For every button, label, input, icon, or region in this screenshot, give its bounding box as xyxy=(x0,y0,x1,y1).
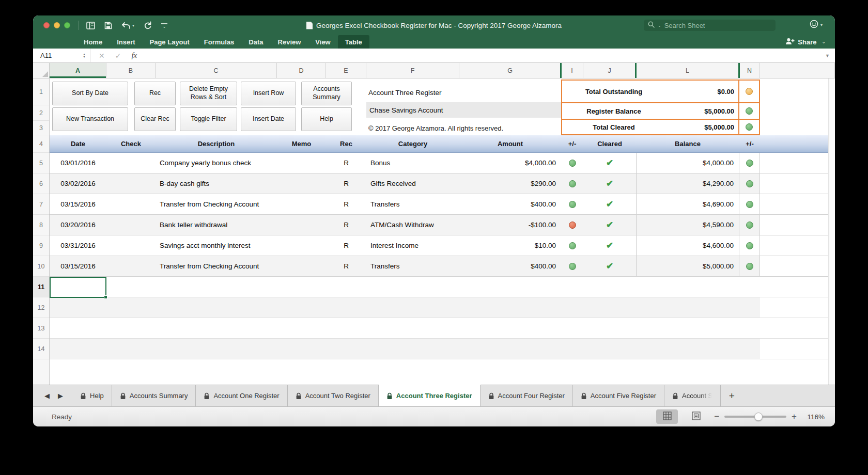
cell-balance-status[interactable] xyxy=(739,215,760,235)
cell-memo[interactable] xyxy=(277,194,326,214)
view-pane-icon[interactable] xyxy=(86,22,95,29)
cell-date[interactable]: 03/01/2016 xyxy=(50,153,106,173)
cell-description[interactable]: B-day cash gifts xyxy=(156,173,277,194)
tab-page-layout[interactable]: Page Layout xyxy=(143,35,197,49)
name-box-stepper[interactable]: ▲ ▼ xyxy=(83,53,86,58)
cell-check[interactable] xyxy=(106,256,156,276)
column-header-i[interactable]: I xyxy=(561,63,583,78)
cell-amount-status[interactable] xyxy=(561,153,583,173)
cell-rec[interactable]: R xyxy=(326,194,366,214)
cell-cleared[interactable]: ✔ xyxy=(583,194,636,214)
cell-amount[interactable]: $290.00 xyxy=(459,173,561,194)
clear-rec-button[interactable]: Clear Rec xyxy=(134,107,176,131)
cell-balance[interactable]: $4,600.00 xyxy=(636,235,739,256)
sheet-tab-account-two[interactable]: Account Two Register xyxy=(288,385,379,406)
cell-category[interactable]: Interest Income xyxy=(366,235,459,256)
search-sheet-input[interactable]: ⌄ Search Sheet xyxy=(644,20,776,31)
empty-row-11[interactable] xyxy=(50,277,835,297)
sheet-tab-account-four[interactable]: Account Four Register xyxy=(481,385,573,406)
sort-by-date-button[interactable]: Sort By Date xyxy=(52,82,128,105)
header-description[interactable]: Description xyxy=(156,135,277,152)
cell-cleared[interactable]: ✔ xyxy=(583,153,636,173)
feedback-dropdown-icon[interactable]: ▾ xyxy=(820,23,823,27)
cell-amount-status[interactable] xyxy=(561,194,583,214)
cell-balance[interactable]: $4,590.00 xyxy=(636,215,739,235)
cell-date[interactable]: 03/20/2016 xyxy=(50,215,106,235)
column-header-f[interactable]: F xyxy=(366,63,459,78)
undo-dropdown-icon[interactable]: ▾ xyxy=(132,23,134,28)
sheet-tab-accounts-summary[interactable]: Accounts Summary xyxy=(112,385,196,406)
empty-row-12[interactable] xyxy=(50,297,835,318)
selected-cell-a11[interactable] xyxy=(50,277,106,298)
rec-button[interactable]: Rec xyxy=(134,82,176,105)
next-sheet-button[interactable]: ▶ xyxy=(58,392,63,400)
cell-memo[interactable] xyxy=(277,256,326,276)
cell-amount-status[interactable] xyxy=(561,235,583,256)
search-scope-chevron-icon[interactable]: ⌄ xyxy=(658,23,661,28)
zoom-in-button[interactable]: + xyxy=(792,411,797,422)
cell-balance-status[interactable] xyxy=(739,235,760,256)
zoom-out-button[interactable]: − xyxy=(714,411,719,422)
insert-function-icon[interactable]: fx xyxy=(131,51,137,60)
tab-table[interactable]: Table xyxy=(338,35,369,49)
undo-icon[interactable] xyxy=(121,22,131,29)
header-memo[interactable]: Memo xyxy=(277,135,326,152)
cell-balance-status[interactable] xyxy=(739,256,760,276)
cell-check[interactable] xyxy=(106,173,156,194)
share-chevron-icon[interactable]: ⌄ xyxy=(822,39,826,44)
new-transaction-button[interactable]: New Transaction xyxy=(52,107,128,131)
empty-row-14[interactable] xyxy=(50,339,835,359)
add-sheet-button[interactable]: + xyxy=(721,385,742,406)
column-header-c[interactable]: C xyxy=(156,63,277,78)
cell-amount-status[interactable] xyxy=(561,256,583,276)
tab-home[interactable]: Home xyxy=(76,35,110,49)
cell-check[interactable] xyxy=(106,235,156,256)
cell-rec[interactable]: R xyxy=(326,235,366,256)
sheet-tab-account-five[interactable]: Account Five Register xyxy=(573,385,664,406)
row-header-11[interactable]: 11 xyxy=(33,277,49,297)
cell-rec[interactable]: R xyxy=(326,215,366,235)
cell-rec[interactable]: R xyxy=(326,256,366,276)
row-header-12[interactable]: 12 xyxy=(33,297,49,318)
sheet-tab-account-one[interactable]: Account One Register xyxy=(196,385,287,406)
cell-category[interactable]: Transfers xyxy=(366,194,459,214)
cell-memo[interactable] xyxy=(277,235,326,256)
name-box[interactable]: A11 xyxy=(33,52,83,59)
header-amount[interactable]: Amount xyxy=(459,135,561,152)
redo-icon[interactable] xyxy=(144,21,152,29)
feedback-smiley-icon[interactable] xyxy=(810,20,818,30)
cell-description[interactable]: Bank teller withdrawal xyxy=(156,215,277,235)
zoom-slider[interactable] xyxy=(724,416,786,418)
cell-amount[interactable]: $4,000.00 xyxy=(459,153,561,173)
insert-row-button[interactable]: Insert Row xyxy=(241,82,296,105)
cell-balance[interactable]: $4,290.00 xyxy=(636,173,739,194)
minimize-window-button[interactable] xyxy=(54,22,60,28)
tab-review[interactable]: Review xyxy=(271,35,308,49)
cell-category[interactable]: Bonus xyxy=(366,153,459,173)
row-header-8[interactable]: 8 xyxy=(33,215,49,235)
cell-amount[interactable]: -$100.00 xyxy=(459,215,561,235)
cell-description[interactable]: Savings acct monthly interest xyxy=(156,235,277,256)
fill-handle[interactable] xyxy=(104,295,107,299)
header-plus-minus-2[interactable]: +/- xyxy=(739,135,760,152)
header-rec[interactable]: Rec xyxy=(326,135,366,152)
cell-balance[interactable]: $4,000.00 xyxy=(636,153,739,173)
column-header-l[interactable]: L xyxy=(636,63,739,78)
sheet-tab-help[interactable]: Help xyxy=(72,385,112,406)
column-header-e[interactable]: E xyxy=(326,63,366,78)
row-header-9[interactable]: 9 xyxy=(33,235,49,256)
cell-amount[interactable]: $10.00 xyxy=(459,235,561,256)
cell-date[interactable]: 03/02/2016 xyxy=(50,173,106,194)
vertical-scrollbar[interactable] xyxy=(828,78,835,385)
tab-formulas[interactable]: Formulas xyxy=(197,35,242,49)
header-date[interactable]: Date xyxy=(50,135,106,152)
close-window-button[interactable] xyxy=(43,22,50,28)
sheet-tab-account-six-truncated[interactable]: Account S xyxy=(664,385,721,406)
cell-memo[interactable] xyxy=(277,153,326,173)
header-cleared[interactable]: Cleared xyxy=(583,135,636,152)
row-header-10[interactable]: 10 xyxy=(33,256,49,277)
header-plus-minus[interactable]: +/- xyxy=(561,135,583,152)
cell-cleared[interactable]: ✔ xyxy=(583,215,636,235)
row-header-7[interactable]: 7 xyxy=(33,194,49,215)
cell-date[interactable]: 03/15/2016 xyxy=(50,194,106,214)
